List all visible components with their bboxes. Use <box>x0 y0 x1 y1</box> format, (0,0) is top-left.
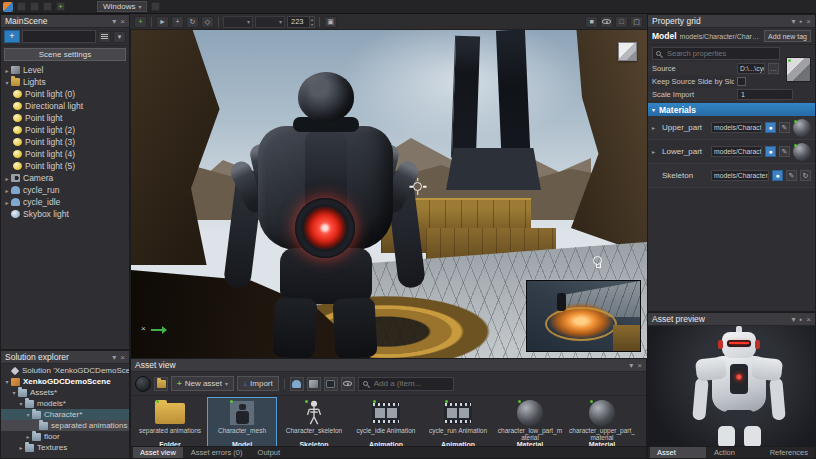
save-icon[interactable] <box>17 2 26 11</box>
game-view-icon[interactable]: □ <box>615 16 628 28</box>
expander-icon[interactable]: ▸ <box>652 124 659 131</box>
asset-tile-cycle-idle[interactable]: cycle_idle Animation Animation <box>351 397 421 450</box>
tree-item-cycle-idle[interactable]: ▸cycle_idle <box>1 196 129 208</box>
expander-icon[interactable]: ▾ <box>24 411 32 418</box>
open-folder-button[interactable] <box>154 377 168 391</box>
close-icon[interactable]: × <box>806 17 811 26</box>
add-entity-icon[interactable]: + <box>134 16 147 28</box>
thumbnail-size-button[interactable] <box>135 376 151 392</box>
panel-menu-icon[interactable]: ▾ <box>791 17 795 26</box>
tab-asset-preview[interactable]: Asset preview <box>650 447 706 458</box>
viewport-3d[interactable]: × <box>130 30 647 358</box>
source-path-field[interactable]: D:\...\cycle_idle-FBX <box>737 63 765 74</box>
add-icon[interactable]: + <box>56 2 65 11</box>
tree-item-camera[interactable]: ▸Camera <box>1 172 129 184</box>
tree-item-point-light[interactable]: Point light (5) <box>1 160 129 172</box>
filter-skeletons-button[interactable] <box>307 377 321 391</box>
material-reference-field[interactable]: models/Character/Cha <box>711 122 762 133</box>
panel-menu-icon[interactable]: ▾ <box>112 353 116 362</box>
tree-item-textures[interactable]: ▸Textures <box>1 442 129 453</box>
fullscreen-icon[interactable]: ▢ <box>630 16 643 28</box>
translate-gizmo-icon[interactable]: + <box>171 16 184 28</box>
expander-icon[interactable]: ▸ <box>24 433 32 440</box>
hand-pick-icon[interactable]: ● <box>772 170 783 181</box>
snap-dropdown[interactable]: ▾ <box>255 16 285 28</box>
collapse-all-button[interactable] <box>98 31 111 43</box>
pin-icon[interactable]: ▪ <box>799 315 802 324</box>
panel-menu-icon[interactable]: ▾ <box>629 361 633 370</box>
asset-tile-character-skeleton[interactable]: Character_skeleton Skeleton <box>279 397 349 450</box>
edit-icon[interactable]: ✎ <box>779 122 790 133</box>
filter-animations-button[interactable] <box>324 377 338 391</box>
close-icon[interactable]: × <box>120 17 125 26</box>
tree-item-point-light[interactable]: Point light (0) <box>1 88 129 100</box>
view-cube[interactable] <box>618 42 637 61</box>
filter-models-button[interactable] <box>290 377 304 391</box>
tree-item-point-light[interactable]: Point light <box>1 112 129 124</box>
add-entity-button[interactable]: + <box>4 30 20 43</box>
material-reference-field[interactable]: models/Character/Cha <box>711 146 762 157</box>
edit-icon[interactable]: ✎ <box>779 146 790 157</box>
tree-item-separated-animations[interactable]: separated animations <box>1 420 129 431</box>
browse-icon[interactable]: … <box>768 63 779 74</box>
layout-icon[interactable] <box>151 2 160 11</box>
asset-tile-low-part-material[interactable]: character_low_part_material Material <box>495 397 565 450</box>
panel-menu-icon[interactable]: ▾ <box>112 17 116 26</box>
scene-filter-input[interactable] <box>22 30 96 43</box>
windows-menu-button[interactable]: Windows ▾ <box>97 1 147 12</box>
expander-icon[interactable]: ▸ <box>3 175 11 182</box>
scale-import-input[interactable] <box>737 89 793 100</box>
hand-pick-icon[interactable]: ● <box>765 122 776 133</box>
undo-icon[interactable] <box>30 2 39 11</box>
tree-item-skybox-light[interactable]: Skybox light <box>1 208 129 220</box>
expander-icon[interactable]: ▾ <box>3 378 11 385</box>
expander-icon[interactable]: ▾ <box>17 400 25 407</box>
tree-item-point-light[interactable]: Point light (4) <box>1 148 129 160</box>
property-search-input[interactable] <box>664 48 776 59</box>
asset-tile-cycle-run[interactable]: cycle_run Animation Animation <box>423 397 493 450</box>
asset-tile-upper-part-material[interactable]: character_upper_part_material Material <box>567 397 637 450</box>
skeleton-reference-field[interactable]: models/Character/Cha <box>711 170 769 181</box>
hand-pick-icon[interactable]: ● <box>765 146 776 157</box>
coordinate-space-dropdown[interactable]: ▾ <box>223 16 253 28</box>
new-asset-button[interactable]: +New asset▾ <box>171 376 234 391</box>
expander-icon[interactable]: ▸ <box>3 67 11 74</box>
tree-item-models[interactable]: ▾models* <box>1 398 129 409</box>
camera-options-icon[interactable]: ▣ <box>324 16 337 28</box>
spinner-icons[interactable]: ▴▾ <box>309 16 315 28</box>
close-icon[interactable]: × <box>120 353 125 362</box>
tree-item-directional-light[interactable]: Directional light <box>1 100 129 112</box>
tab-asset-errors[interactable]: Asset errors (0) <box>184 447 250 458</box>
sun-gizmo-icon[interactable] <box>413 182 422 191</box>
expander-icon[interactable]: ▸ <box>3 187 11 194</box>
tree-item-assets[interactable]: ▾Assets* <box>1 387 129 398</box>
scene-settings-button[interactable]: Scene settings <box>4 48 126 61</box>
add-new-tag-button[interactable]: Add new tag <box>764 30 811 42</box>
expander-icon[interactable]: ▸ <box>17 444 25 451</box>
light-bulb-gizmo-icon[interactable] <box>593 256 602 265</box>
tree-item-solution[interactable]: Solution 'XenkoGDCDemoScene' <box>1 365 129 376</box>
tree-options-button[interactable]: ▾ <box>113 31 126 43</box>
tree-item-floor[interactable]: ▸floor <box>1 431 129 442</box>
keep-source-checkbox[interactable] <box>737 77 746 86</box>
tree-item-character[interactable]: ▾Character* <box>1 409 129 420</box>
close-icon[interactable]: × <box>637 361 642 370</box>
view-options-button[interactable] <box>341 377 355 391</box>
tab-output[interactable]: Output <box>251 447 288 458</box>
expander-icon[interactable]: ▸ <box>652 148 659 155</box>
select-tool-icon[interactable]: ► <box>156 16 169 28</box>
tree-item-point-light[interactable]: Point light (3) <box>1 136 129 148</box>
expander-icon[interactable]: ▾ <box>3 79 11 86</box>
camera-speed-stepper[interactable]: ▴▾ <box>287 16 315 28</box>
edit-icon[interactable]: ✎ <box>786 170 797 181</box>
tree-item-project[interactable]: ▾XenkoGDCDemoScene <box>1 376 129 387</box>
asset-search-input[interactable] <box>371 378 449 390</box>
tab-references[interactable]: References <box>763 447 815 458</box>
scale-gizmo-icon[interactable]: ◇ <box>201 16 214 28</box>
materials-section-header[interactable]: ▾ Materials <box>648 103 815 116</box>
tree-item-lights[interactable]: ▾Lights <box>1 76 129 88</box>
reset-icon[interactable]: ↻ <box>800 170 811 181</box>
asset-tile-character-mesh[interactable]: Character_mesh Model <box>207 397 277 450</box>
camera-speed-input[interactable] <box>287 16 309 28</box>
rotate-gizmo-icon[interactable]: ↻ <box>186 16 199 28</box>
